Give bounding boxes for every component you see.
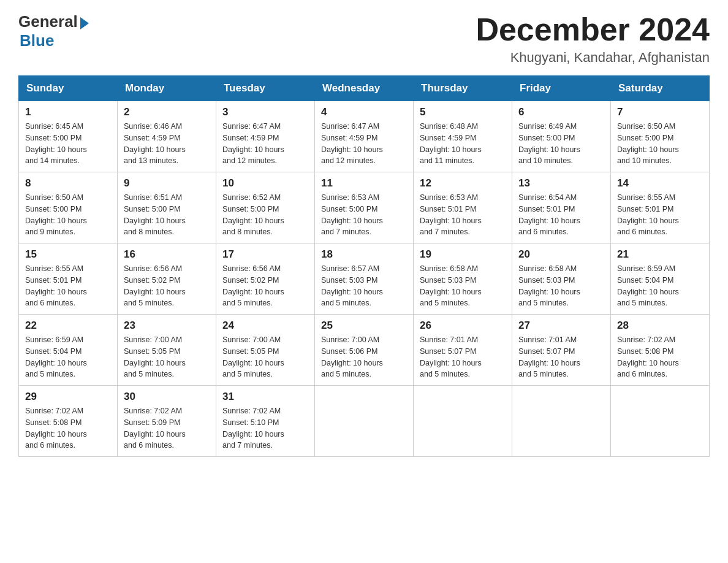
calendar-header-row: SundayMondayTuesdayWednesdayThursdayFrid… [19,76,710,101]
calendar-cell [611,386,710,457]
calendar-cell: 29 Sunrise: 7:02 AM Sunset: 5:08 PM Dayl… [19,386,118,457]
day-info: Sunrise: 6:47 AM Sunset: 4:59 PM Dayligh… [222,121,308,167]
day-info: Sunrise: 6:56 AM Sunset: 5:02 PM Dayligh… [222,263,308,309]
day-number: 22 [25,320,111,332]
location-text: Khugyani, Kandahar, Afghanistan [476,50,710,66]
calendar-cell: 2 Sunrise: 6:46 AM Sunset: 4:59 PM Dayli… [118,101,216,172]
calendar-header-wednesday: Wednesday [315,76,414,101]
day-number: 26 [420,320,506,332]
day-number: 4 [321,106,407,118]
calendar-cell: 26 Sunrise: 7:01 AM Sunset: 5:07 PM Dayl… [414,315,512,386]
day-number: 28 [617,320,703,332]
day-info: Sunrise: 6:49 AM Sunset: 5:00 PM Dayligh… [518,121,604,167]
calendar-cell: 16 Sunrise: 6:56 AM Sunset: 5:02 PM Dayl… [118,243,216,315]
calendar-cell: 19 Sunrise: 6:58 AM Sunset: 5:03 PM Dayl… [414,243,512,315]
day-info: Sunrise: 6:54 AM Sunset: 5:01 PM Dayligh… [518,192,604,238]
day-number: 8 [25,177,111,190]
calendar-cell: 8 Sunrise: 6:50 AM Sunset: 5:00 PM Dayli… [19,172,118,243]
logo-general-text: General [18,12,78,31]
logo: General Blue [18,12,89,50]
day-number: 1 [25,106,111,118]
page-header: General Blue December 2024 Khugyani, Kan… [18,12,710,66]
calendar-cell: 13 Sunrise: 6:54 AM Sunset: 5:01 PM Dayl… [512,172,611,243]
calendar-cell: 14 Sunrise: 6:55 AM Sunset: 5:01 PM Dayl… [611,172,710,243]
day-number: 17 [222,248,308,261]
calendar-week-row: 1 Sunrise: 6:45 AM Sunset: 5:00 PM Dayli… [19,101,710,172]
calendar-cell: 23 Sunrise: 7:00 AM Sunset: 5:05 PM Dayl… [118,315,216,386]
calendar-header-thursday: Thursday [414,76,512,101]
calendar-header-saturday: Saturday [611,76,710,101]
logo-arrow-icon [80,17,89,29]
day-number: 29 [25,391,111,403]
day-number: 3 [222,106,308,118]
day-info: Sunrise: 7:02 AM Sunset: 5:08 PM Dayligh… [25,405,111,451]
calendar-header-monday: Monday [118,76,216,101]
day-info: Sunrise: 6:55 AM Sunset: 5:01 PM Dayligh… [25,263,111,309]
day-number: 10 [222,177,308,190]
day-info: Sunrise: 6:50 AM Sunset: 5:00 PM Dayligh… [25,192,111,238]
calendar-cell: 5 Sunrise: 6:48 AM Sunset: 4:59 PM Dayli… [414,101,512,172]
day-info: Sunrise: 7:01 AM Sunset: 5:07 PM Dayligh… [518,334,604,380]
calendar-cell [315,386,414,457]
day-info: Sunrise: 6:47 AM Sunset: 4:59 PM Dayligh… [321,121,407,167]
day-number: 31 [222,391,308,403]
day-number: 24 [222,320,308,332]
day-info: Sunrise: 7:02 AM Sunset: 5:09 PM Dayligh… [124,405,210,451]
day-number: 27 [518,320,604,332]
calendar-cell: 11 Sunrise: 6:53 AM Sunset: 5:00 PM Dayl… [315,172,414,243]
calendar-cell: 6 Sunrise: 6:49 AM Sunset: 5:00 PM Dayli… [512,101,611,172]
day-number: 18 [321,248,407,261]
day-info: Sunrise: 7:01 AM Sunset: 5:07 PM Dayligh… [420,334,506,380]
calendar-cell: 21 Sunrise: 6:59 AM Sunset: 5:04 PM Dayl… [611,243,710,315]
day-number: 15 [25,248,111,261]
calendar-cell: 31 Sunrise: 7:02 AM Sunset: 5:10 PM Dayl… [216,386,315,457]
day-info: Sunrise: 6:48 AM Sunset: 4:59 PM Dayligh… [420,121,506,167]
day-number: 6 [518,106,604,118]
calendar-table: SundayMondayTuesdayWednesdayThursdayFrid… [18,75,710,457]
day-info: Sunrise: 7:00 AM Sunset: 5:06 PM Dayligh… [321,334,407,380]
calendar-cell: 7 Sunrise: 6:50 AM Sunset: 5:00 PM Dayli… [611,101,710,172]
day-number: 20 [518,248,604,261]
day-info: Sunrise: 6:58 AM Sunset: 5:03 PM Dayligh… [518,263,604,309]
day-number: 5 [420,106,506,118]
day-number: 23 [124,320,210,332]
day-info: Sunrise: 6:52 AM Sunset: 5:00 PM Dayligh… [222,192,308,238]
logo-blue-text: Blue [20,31,54,50]
calendar-cell: 3 Sunrise: 6:47 AM Sunset: 4:59 PM Dayli… [216,101,315,172]
day-number: 13 [518,177,604,190]
day-info: Sunrise: 7:02 AM Sunset: 5:10 PM Dayligh… [222,405,308,451]
calendar-cell: 4 Sunrise: 6:47 AM Sunset: 4:59 PM Dayli… [315,101,414,172]
calendar-cell: 15 Sunrise: 6:55 AM Sunset: 5:01 PM Dayl… [19,243,118,315]
day-number: 9 [124,177,210,190]
calendar-cell [414,386,512,457]
calendar-week-row: 22 Sunrise: 6:59 AM Sunset: 5:04 PM Dayl… [19,315,710,386]
day-info: Sunrise: 6:56 AM Sunset: 5:02 PM Dayligh… [124,263,210,309]
day-info: Sunrise: 6:46 AM Sunset: 4:59 PM Dayligh… [124,121,210,167]
calendar-header-friday: Friday [512,76,611,101]
calendar-week-row: 29 Sunrise: 7:02 AM Sunset: 5:08 PM Dayl… [19,386,710,457]
day-number: 19 [420,248,506,261]
day-number: 25 [321,320,407,332]
day-number: 21 [617,248,703,261]
month-year-title: December 2024 [476,12,710,47]
day-number: 16 [124,248,210,261]
calendar-cell: 28 Sunrise: 7:02 AM Sunset: 5:08 PM Dayl… [611,315,710,386]
calendar-cell: 10 Sunrise: 6:52 AM Sunset: 5:00 PM Dayl… [216,172,315,243]
day-info: Sunrise: 6:58 AM Sunset: 5:03 PM Dayligh… [420,263,506,309]
calendar-cell: 1 Sunrise: 6:45 AM Sunset: 5:00 PM Dayli… [19,101,118,172]
day-info: Sunrise: 6:57 AM Sunset: 5:03 PM Dayligh… [321,263,407,309]
day-number: 7 [617,106,703,118]
calendar-cell: 27 Sunrise: 7:01 AM Sunset: 5:07 PM Dayl… [512,315,611,386]
calendar-cell: 20 Sunrise: 6:58 AM Sunset: 5:03 PM Dayl… [512,243,611,315]
calendar-cell: 30 Sunrise: 7:02 AM Sunset: 5:09 PM Dayl… [118,386,216,457]
day-info: Sunrise: 6:55 AM Sunset: 5:01 PM Dayligh… [617,192,703,238]
calendar-cell: 25 Sunrise: 7:00 AM Sunset: 5:06 PM Dayl… [315,315,414,386]
calendar-cell: 18 Sunrise: 6:57 AM Sunset: 5:03 PM Dayl… [315,243,414,315]
day-info: Sunrise: 6:45 AM Sunset: 5:00 PM Dayligh… [25,121,111,167]
calendar-cell: 12 Sunrise: 6:53 AM Sunset: 5:01 PM Dayl… [414,172,512,243]
day-number: 11 [321,177,407,190]
calendar-cell: 22 Sunrise: 6:59 AM Sunset: 5:04 PM Dayl… [19,315,118,386]
calendar-header-sunday: Sunday [19,76,118,101]
day-info: Sunrise: 7:00 AM Sunset: 5:05 PM Dayligh… [222,334,308,380]
calendar-week-row: 8 Sunrise: 6:50 AM Sunset: 5:00 PM Dayli… [19,172,710,243]
